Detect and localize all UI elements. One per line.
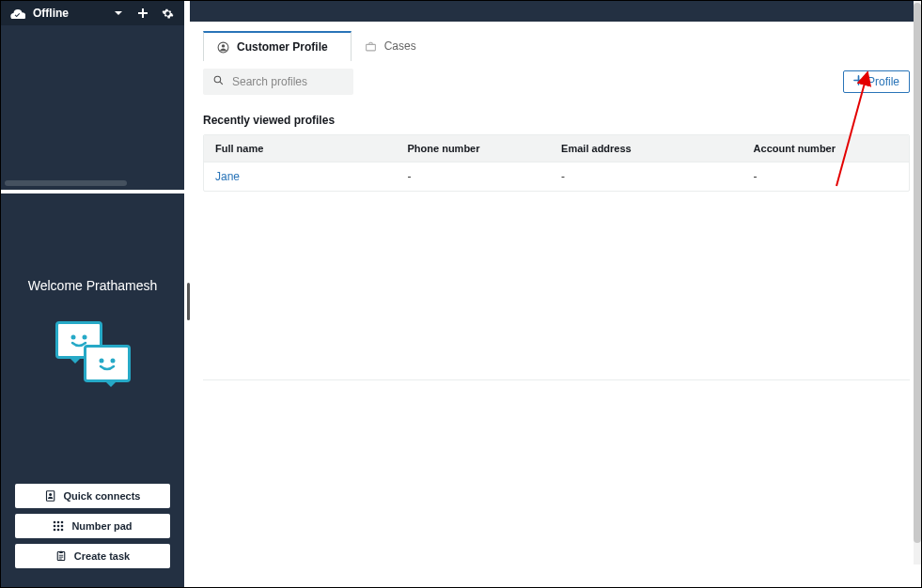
clipboard-icon — [55, 550, 67, 562]
svg-point-20 — [214, 76, 221, 83]
briefcase-icon — [365, 40, 377, 53]
status-label: Offline — [33, 7, 69, 20]
main-header-strip — [190, 1, 921, 22]
add-profile-label: Profile — [867, 75, 899, 88]
svg-point-11 — [61, 525, 64, 528]
tab-customer-profile[interactable]: Customer Profile — [203, 31, 352, 61]
svg-point-2 — [99, 359, 103, 364]
svg-point-18 — [222, 44, 225, 47]
svg-point-0 — [70, 335, 75, 340]
divider — [203, 379, 910, 380]
svg-rect-16 — [59, 551, 63, 553]
chat-illustration — [55, 321, 131, 392]
col-email: Email address — [561, 143, 754, 154]
search-row: Profile — [203, 69, 910, 95]
profiles-table: Full name Phone number Email address Acc… — [203, 134, 910, 192]
svg-point-9 — [54, 525, 56, 528]
cell-account: - — [754, 170, 898, 183]
tab-cases[interactable]: Cases — [352, 31, 439, 61]
main-body: Customer Profile Cases Profile — [190, 22, 921, 587]
svg-point-8 — [61, 521, 64, 524]
table-row[interactable]: Jane - - - — [204, 162, 909, 191]
tab-label: Customer Profile — [237, 40, 328, 54]
tab-label: Cases — [384, 39, 416, 53]
dialpad-icon — [53, 520, 64, 532]
contacts-icon — [45, 490, 56, 502]
search-input[interactable] — [232, 75, 344, 88]
search-box[interactable] — [203, 69, 353, 95]
gear-icon[interactable] — [158, 4, 177, 23]
search-icon — [212, 74, 225, 89]
svg-point-5 — [49, 493, 52, 496]
create-task-label: Create task — [74, 550, 130, 562]
cloud-icon — [8, 4, 27, 23]
col-full-name: Full name — [215, 143, 408, 154]
svg-rect-19 — [366, 44, 375, 51]
create-task-button[interactable]: Create task — [15, 544, 170, 568]
quick-connects-button[interactable]: Quick connects — [15, 484, 170, 508]
cell-email: - — [561, 170, 754, 183]
section-title: Recently viewed profiles — [203, 114, 910, 127]
svg-point-6 — [54, 521, 56, 524]
profile-name-link[interactable]: Jane — [215, 170, 408, 183]
status-bar: Offline — [1, 1, 184, 25]
add-icon[interactable] — [133, 4, 152, 23]
svg-point-1 — [82, 335, 86, 340]
svg-point-7 — [57, 521, 60, 524]
cell-phone: - — [408, 170, 562, 183]
scrollbar-thumb[interactable] — [914, 3, 921, 543]
svg-point-10 — [57, 525, 60, 528]
svg-point-13 — [57, 529, 60, 532]
plus-icon — [853, 75, 864, 88]
col-account: Account number — [754, 143, 898, 154]
left-sidebar: Offline Welcome Prathamesh — [1, 1, 184, 587]
person-icon — [217, 41, 229, 54]
ccp-bottom-panel: Welcome Prathamesh Quick connects Number… — [1, 193, 184, 587]
table-header: Full name Phone number Email address Acc… — [204, 135, 909, 162]
number-pad-label: Number pad — [71, 520, 132, 532]
svg-point-3 — [110, 359, 115, 364]
svg-point-14 — [61, 529, 64, 532]
number-pad-button[interactable]: Number pad — [15, 514, 170, 538]
main-panel: Customer Profile Cases Profile — [184, 1, 921, 587]
vertical-scrollbar[interactable] — [914, 1, 921, 565]
tab-bar: Customer Profile Cases — [203, 31, 910, 61]
horizontal-scrollbar[interactable] — [5, 180, 127, 186]
welcome-text: Welcome Prathamesh — [28, 278, 157, 293]
sidebar-actions: Quick connects Number pad Create task — [15, 484, 170, 568]
ccp-top-panel: Offline — [1, 1, 184, 193]
status-dropdown[interactable] — [109, 4, 128, 23]
svg-point-12 — [54, 529, 56, 532]
quick-connects-label: Quick connects — [64, 490, 141, 502]
add-profile-button[interactable]: Profile — [843, 70, 910, 93]
col-phone: Phone number — [408, 143, 562, 154]
